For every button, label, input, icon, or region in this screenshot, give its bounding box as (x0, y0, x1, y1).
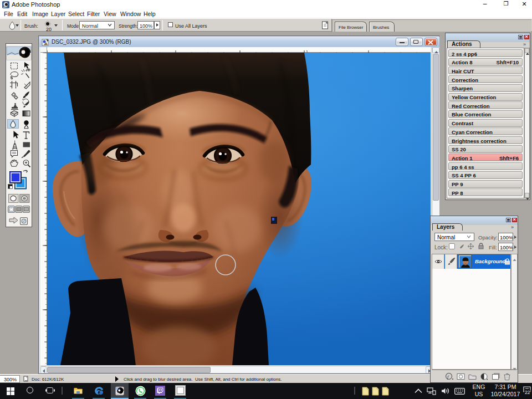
svg-text:f: f (447, 374, 449, 380)
